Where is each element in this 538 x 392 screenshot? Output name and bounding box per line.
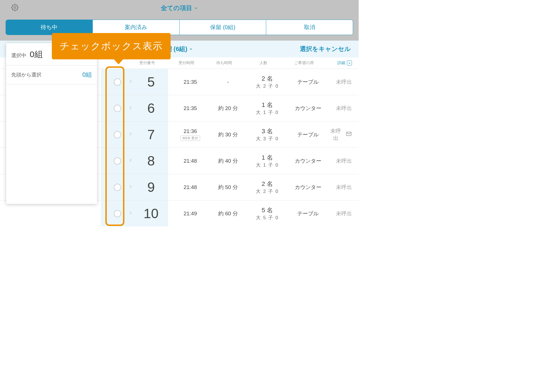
party-breakdown: 大 3 子 0 [248, 136, 287, 142]
selection-panel: 選択中 0組 先頭から選択 0組 [6, 43, 97, 204]
call-status: 未呼出 [336, 210, 352, 217]
receipt-time: 21:35 [172, 79, 208, 85]
col-detail-header[interactable]: 詳細 [337, 60, 345, 66]
plus-icon[interactable]: + [347, 60, 352, 66]
svg-rect-1 [347, 132, 351, 136]
all-items-label: 全ての項目 [161, 4, 192, 12]
cancel-selection-button[interactable]: 選択をキャンセル [300, 45, 351, 53]
receipt-number: 5 [147, 74, 155, 89]
col-number-header: 受付番号 [126, 60, 168, 66]
chevron-down-icon [189, 47, 193, 52]
wait-time: 約 40 分 [208, 157, 248, 165]
col-time-header: 受付時間 [168, 60, 205, 66]
tab-waiting[interactable]: 待ち中 [6, 20, 93, 35]
party-breakdown: 大 5 子 0 [248, 214, 287, 221]
party-breakdown: 大 2 子 0 [248, 83, 287, 89]
select-from-top-count: 0組 [82, 71, 92, 79]
seat-preference: テーブル [287, 78, 329, 86]
select-from-top-row[interactable]: 先頭から選択 0組 [6, 66, 97, 84]
row-checkbox[interactable] [114, 157, 121, 165]
seat-preference: カウンター [287, 105, 329, 112]
col-people-header: 人数 [244, 60, 283, 66]
callout-text: チェックボックス表示 [60, 41, 163, 51]
seat-preference: カウンター [287, 184, 329, 191]
tab-bar: 待ち中 案内済み 保留 (0組) 取消 [6, 20, 353, 35]
call-status: 未呼出 [336, 157, 352, 165]
wait-time: 約 30 分 [208, 131, 248, 138]
selected-label: 選択中 [11, 52, 26, 59]
web-badge: WEB 受付 [180, 136, 200, 141]
receipt-time: 21:36 [172, 128, 208, 134]
receipt-number: 6 [147, 101, 155, 116]
row-checkbox[interactable] [114, 184, 121, 191]
wait-time: 約 60 分 [208, 210, 248, 217]
call-status: 未呼出 [336, 105, 352, 112]
party-breakdown: 大 1 子 0 [248, 109, 287, 116]
party-size: 2 名 [248, 74, 287, 83]
col-wait-header: 待ち時間 [205, 60, 244, 66]
receipt-time: 21:35 [172, 105, 208, 111]
svg-point-0 [14, 7, 16, 9]
row-checkbox[interactable] [114, 105, 121, 112]
callout-tooltip: チェックボックス表示 [52, 33, 171, 59]
all-items-dropdown[interactable]: 全ての項目 [161, 4, 198, 12]
row-checkbox[interactable] [114, 131, 121, 138]
wait-time: - [208, 79, 248, 85]
receipt-time: 21:48 [172, 184, 208, 190]
seat-preference: テーブル [287, 210, 329, 217]
party-size: 5 名 [248, 206, 287, 214]
tab-done[interactable]: 案内済み [93, 20, 180, 35]
table-row[interactable]: 1021:49約 60 分5 名大 5 子 0テーブル未呼出 [0, 200, 359, 227]
row-checkbox[interactable] [114, 210, 121, 217]
receipt-time: 21:48 [172, 158, 208, 164]
party-breakdown: 大 2 子 0 [248, 188, 287, 195]
select-from-top-label: 先頭から選択 [11, 71, 41, 78]
receipt-time: 21:49 [172, 211, 208, 217]
receipt-number: 7 [147, 127, 155, 142]
seat-preference: カウンター [287, 157, 329, 165]
party-size: 2 名 [248, 180, 287, 188]
party-breakdown: 大 1 子 0 [248, 162, 287, 168]
col-seat-header: ご希望の席 [283, 60, 325, 66]
call-status: 未呼出 [336, 184, 352, 191]
wait-time: 約 20 分 [208, 105, 248, 112]
receipt-number: 10 [143, 206, 158, 221]
selected-count: 0組 [30, 49, 43, 60]
tab-hold[interactable]: 保留 (0組) [180, 20, 266, 35]
call-status: 未呼出 [336, 78, 352, 86]
top-bar: 全ての項目 [0, 0, 359, 16]
wait-time: 約 50 分 [208, 184, 248, 191]
gear-icon[interactable] [11, 4, 18, 12]
party-size: 3 名 [248, 127, 287, 136]
receipt-number: 8 [147, 153, 155, 168]
chevron-down-icon [194, 6, 198, 11]
party-size: 1 名 [248, 153, 287, 162]
receipt-number: 9 [147, 180, 155, 195]
party-size: 1 名 [248, 101, 287, 109]
tab-cancel[interactable]: 取消 [266, 20, 353, 35]
row-checkbox[interactable] [114, 78, 121, 86]
mail-icon[interactable] [346, 131, 352, 138]
seat-preference: テーブル [287, 131, 329, 138]
call-status: 未呼出 [329, 127, 342, 142]
